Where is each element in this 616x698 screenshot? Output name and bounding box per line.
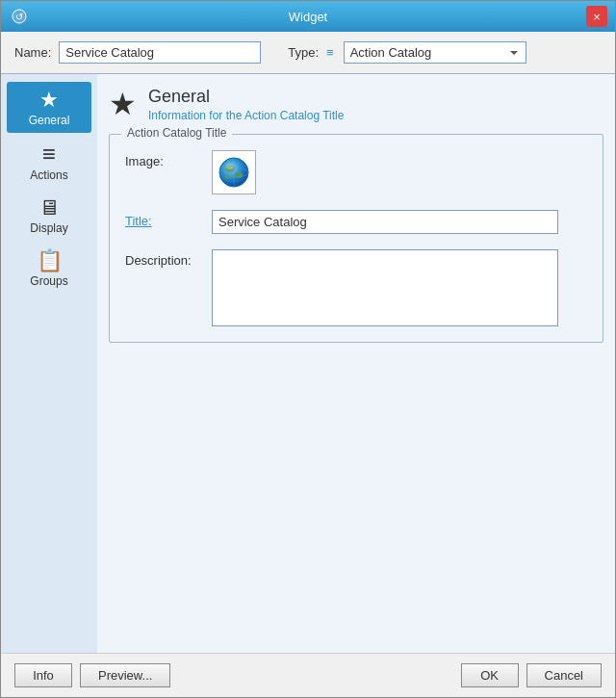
sidebar-label-actions: Actions xyxy=(30,168,67,182)
sidebar-item-actions[interactable]: Actions xyxy=(7,135,91,188)
sidebar-item-general[interactable]: General xyxy=(7,82,91,133)
hamburger-icon xyxy=(42,142,56,166)
clipboard-icon xyxy=(37,250,63,271)
sidebar: General Actions Display Groups xyxy=(1,74,97,653)
title-input[interactable] xyxy=(212,210,558,234)
desc-label: Description: xyxy=(125,249,212,268)
monitor-icon xyxy=(38,197,60,219)
star-icon xyxy=(39,90,59,111)
sidebar-item-display[interactable]: Display xyxy=(7,190,91,241)
bottom-right: OK Cancel xyxy=(461,663,602,687)
desc-textarea[interactable] xyxy=(212,249,558,326)
image-preview[interactable] xyxy=(212,150,256,194)
form-row-image: Image: xyxy=(125,150,587,194)
title-bar: ↺ Widget × xyxy=(1,1,615,32)
svg-text:↺: ↺ xyxy=(15,12,23,22)
bottom-bar: Info Preview... OK Cancel xyxy=(1,653,615,697)
form-row-title: Title: xyxy=(125,210,587,234)
sidebar-item-groups[interactable]: Groups xyxy=(7,243,91,294)
content-title: General xyxy=(148,87,344,107)
content-area: ★ General Information for the Action Cat… xyxy=(97,74,615,653)
name-input[interactable] xyxy=(59,41,261,64)
type-wrapper: ≡ Action Catalog xyxy=(326,41,526,64)
name-row: Name: Type: ≡ Action Catalog xyxy=(1,32,615,73)
image-label: Image: xyxy=(125,150,212,168)
preview-button[interactable]: Preview... xyxy=(80,663,170,687)
globe-icon xyxy=(218,156,250,189)
close-button[interactable]: × xyxy=(586,6,607,27)
content-header: ★ General Information for the Action Cat… xyxy=(109,86,603,122)
cancel-button[interactable]: Cancel xyxy=(526,663,602,687)
main-area: General Actions Display Groups ★ General xyxy=(1,73,615,653)
window-title: Widget xyxy=(30,10,586,24)
type-select[interactable]: Action Catalog xyxy=(344,41,526,64)
ok-button[interactable]: OK xyxy=(461,663,519,687)
sidebar-label-groups: Groups xyxy=(30,274,67,288)
window-icon: ↺ xyxy=(9,6,30,27)
info-button[interactable]: Info xyxy=(14,663,72,687)
content-subtitle: Information for the Action Catalog Title xyxy=(148,109,344,122)
type-label: Type: xyxy=(288,45,319,60)
section-legend: Action Catalog Title xyxy=(121,126,232,140)
form-row-description: Description: xyxy=(125,249,587,326)
content-title-block: General Information for the Action Catal… xyxy=(148,87,344,122)
main-window: ↺ Widget × Name: Type: ≡ Action Catalog … xyxy=(0,0,616,698)
svg-point-5 xyxy=(224,175,230,179)
sidebar-label-display: Display xyxy=(30,221,67,235)
section-box: Action Catalog Title Image: xyxy=(109,134,603,343)
type-icon: ≡ xyxy=(326,45,334,60)
svg-point-9 xyxy=(226,164,234,169)
name-label: Name: xyxy=(14,45,51,60)
title-label: Title: xyxy=(125,210,212,228)
sidebar-label-general: General xyxy=(29,114,70,127)
bottom-left: Info Preview... xyxy=(14,663,170,687)
title-link[interactable]: Title: xyxy=(125,214,152,228)
content-star-icon: ★ xyxy=(109,86,137,122)
